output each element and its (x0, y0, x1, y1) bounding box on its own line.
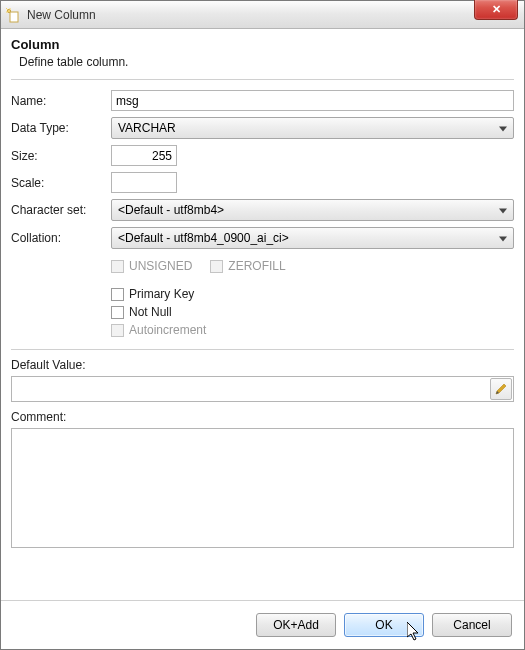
label-unsigned: UNSIGNED (129, 259, 192, 273)
collation-value: <Default - utf8mb4_0900_ai_ci> (118, 231, 289, 245)
section-heading: Column (11, 37, 514, 52)
name-input[interactable] (111, 90, 514, 111)
primary-key-checkbox[interactable] (111, 288, 124, 301)
chevron-down-icon (499, 237, 507, 242)
section-subheading: Define table column. (19, 55, 514, 69)
charset-value: <Default - utf8mb4> (118, 203, 224, 217)
collation-combo[interactable]: <Default - utf8mb4_0900_ai_ci> (111, 227, 514, 249)
label-size: Size: (11, 149, 111, 163)
row-notnull: Not Null (111, 305, 514, 319)
divider (11, 349, 514, 350)
label-datatype: Data Type: (11, 121, 111, 135)
chevron-down-icon (499, 209, 507, 214)
chevron-down-icon (499, 127, 507, 132)
ok-button[interactable]: OK (344, 613, 424, 637)
button-bar: OK+Add OK Cancel (1, 600, 524, 649)
label-name: Name: (11, 94, 111, 108)
not-null-checkbox[interactable] (111, 306, 124, 319)
default-value-wrap (11, 376, 514, 402)
label-charset: Character set: (11, 203, 111, 217)
label-default: Default Value: (11, 358, 514, 372)
comment-textarea[interactable] (11, 428, 514, 548)
unsigned-checkbox (111, 260, 124, 273)
row-charset: Character set: <Default - utf8mb4> (11, 199, 514, 221)
close-icon: ✕ (492, 3, 501, 16)
dialog-window: New Column ✕ Column Define table column.… (0, 0, 525, 650)
ok-button-label: OK (375, 618, 392, 632)
label-scale: Scale: (11, 176, 111, 190)
datatype-combo[interactable]: VARCHAR (111, 117, 514, 139)
datatype-value: VARCHAR (118, 121, 176, 135)
row-datatype: Data Type: VARCHAR (11, 117, 514, 139)
row-flags: UNSIGNED ZEROFILL (111, 259, 514, 273)
label-notnull: Not Null (129, 305, 172, 319)
label-collation: Collation: (11, 231, 111, 245)
row-autoinc: Autoincrement (111, 323, 514, 337)
edit-default-button[interactable] (490, 378, 512, 400)
close-button[interactable]: ✕ (474, 0, 518, 20)
label-comment: Comment: (11, 410, 514, 424)
svg-line-1 (6, 8, 8, 10)
row-size: Size: (11, 145, 514, 166)
titlebar: New Column ✕ (1, 1, 524, 29)
charset-combo[interactable]: <Default - utf8mb4> (111, 199, 514, 221)
row-collation: Collation: <Default - utf8mb4_0900_ai_ci… (11, 227, 514, 249)
label-primary: Primary Key (129, 287, 194, 301)
zerofill-checkbox (210, 260, 223, 273)
ok-add-button[interactable]: OK+Add (256, 613, 336, 637)
label-autoinc: Autoincrement (129, 323, 206, 337)
label-zerofill: ZEROFILL (228, 259, 285, 273)
mouse-cursor-icon (407, 622, 425, 642)
default-value-input[interactable] (11, 376, 514, 402)
new-column-icon (5, 7, 21, 23)
pencil-icon (494, 382, 508, 396)
cancel-button[interactable]: Cancel (432, 613, 512, 637)
svg-rect-0 (10, 12, 18, 22)
size-input[interactable] (111, 145, 177, 166)
row-name: Name: (11, 90, 514, 111)
window-title: New Column (27, 8, 96, 22)
autoincrement-checkbox (111, 324, 124, 337)
dialog-content: Column Define table column. Name: Data T… (1, 29, 524, 600)
divider (11, 79, 514, 80)
row-scale: Scale: (11, 172, 514, 193)
row-primary: Primary Key (111, 287, 514, 301)
scale-input[interactable] (111, 172, 177, 193)
